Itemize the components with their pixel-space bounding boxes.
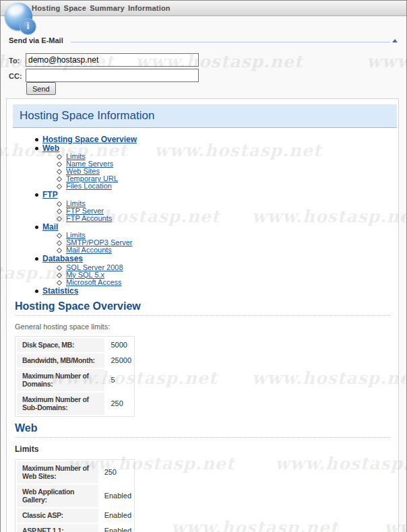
spec-value: Enabled [100, 485, 133, 507]
spec-row: Classic ASP:Enabled [17, 508, 133, 523]
cc-label: CC: [9, 72, 22, 80]
nav-sublist-web: LimitsName ServersWeb SitesTemporary URL… [42, 153, 398, 190]
spec-label: Web Application Gallery: [17, 485, 98, 507]
spec-value: 250 [100, 461, 133, 484]
spec-row: ASP.NET 1.1:Enabled [17, 524, 133, 532]
nav-link-statistics[interactable]: Statistics [42, 286, 78, 296]
hosting-space-summary-window: Hosting Space Summary Information i Send… [0, 0, 407, 532]
spec-label: Disk Space, MB: [17, 338, 104, 352]
spec-table-web: Maximum Number of Web Sites:250Web Appli… [15, 459, 135, 532]
spec-label: ASP.NET 1.1: [17, 524, 98, 532]
nav-subitem-ftp-accounts: FTP Accounts [66, 215, 398, 222]
nav-link-mail[interactable]: Mail [42, 222, 58, 232]
nav-sublist-mail: LimitsSMTP/POP3 ServerMail Accounts [42, 232, 398, 254]
section-divider [71, 42, 390, 42]
nav-list: Hosting Space OverviewWebLimitsName Serv… [7, 135, 398, 295]
nav-item-hosting-space-overview: Hosting Space Overview [42, 135, 398, 144]
nav-subitem-limits: Limits [66, 200, 398, 207]
info-icon-badge: i [20, 18, 36, 35]
spec-row: Maximum Number of Web Sites:250 [17, 461, 133, 484]
nav-item-statistics: Statistics [42, 287, 398, 296]
nav-item-ftp: FTPLimitsFTP ServerFTP Accounts [42, 191, 398, 222]
spec-row: Disk Space, MB:5000 [17, 338, 133, 352]
send-button[interactable]: Send [26, 82, 56, 95]
cc-input[interactable] [26, 69, 199, 82]
section-subheading-limits: Limits [15, 444, 390, 454]
spec-row: Maximum Number of Sub-Domains:250 [17, 393, 133, 415]
nav-link-databases[interactable]: Databases [42, 254, 83, 263]
collapse-arrow-icon[interactable] [392, 39, 398, 42]
spec-row: Maximum Number of Domains:5 [17, 369, 133, 391]
send-via-email-label: Send via E-Mail [9, 36, 63, 44]
nav-link-web[interactable]: Web [42, 143, 59, 153]
nav-subitem-files-location: Files Location [66, 182, 398, 190]
to-label: To: [9, 57, 20, 65]
spec-label: Bandwidth, MB/Month: [17, 354, 104, 368]
spec-label: Maximum Number of Domains: [17, 369, 104, 391]
spec-label: Maximum Number of Web Sites: [17, 461, 98, 484]
nav-sublist-databases: SQL Server 2008My SQL 5.xMicrosoft Acces… [42, 264, 398, 286]
panel-header: Hosting Space Information [13, 104, 397, 128]
info-icon: i [4, 2, 36, 34]
section-heading-web: Web [15, 422, 390, 438]
nav-subitem-mail-accounts: Mail Accounts [66, 246, 398, 254]
info-panel: Hosting Space Information Hosting Space … [6, 98, 399, 532]
nav-item-web: WebLimitsName ServersWeb SitesTemporary … [42, 144, 398, 191]
spec-label: Classic ASP: [17, 508, 98, 523]
nav-sublink-files-location[interactable]: Files Location [66, 182, 112, 190]
sections-container: Hosting Space OverviewGeneral hosting sp… [7, 300, 398, 532]
nav-subitem-microsoft-access: Microsoft Access [66, 279, 398, 286]
watermark-text: www.hostasp.net [367, 52, 407, 71]
spec-value: Enabled [100, 524, 133, 532]
nav-item-databases: DatabasesSQL Server 2008My SQL 5.xMicros… [42, 255, 398, 286]
section-heading-hosting-space-overview: Hosting Space Overview [15, 300, 390, 316]
spec-value: 5000 [106, 338, 133, 352]
nav-subitem-name-servers: Name Servers [66, 160, 398, 168]
spec-row: Bandwidth, MB/Month:25000 [17, 354, 133, 368]
to-input[interactable] [26, 53, 199, 67]
spec-table-hosting-space-overview: Disk Space, MB:5000Bandwidth, MB/Month:2… [15, 336, 135, 417]
window-titlebar: Hosting Space Summary Information [1, 1, 406, 16]
spec-value: 25000 [106, 354, 133, 368]
window-title: Hosting Space Summary Information [32, 4, 170, 12]
spec-value: Enabled [100, 508, 133, 523]
section-intro: General hosting space limits: [15, 323, 390, 331]
spec-row: Web Application Gallery:Enabled [17, 485, 133, 507]
nav-subitem-limits: Limits [66, 153, 398, 160]
nav-sublink-microsoft-access[interactable]: Microsoft Access [66, 278, 122, 286]
nav-sublink-ftp-accounts[interactable]: FTP Accounts [66, 214, 112, 222]
spec-value: 250 [106, 393, 133, 415]
nav-subitem-ftp-server: FTP Server [66, 207, 398, 215]
nav-sublist-ftp: LimitsFTP ServerFTP Accounts [42, 200, 398, 222]
nav-link-ftp[interactable]: FTP [42, 190, 58, 199]
nav-sublink-mail-accounts[interactable]: Mail Accounts [66, 246, 112, 254]
spec-label: Maximum Number of Sub-Domains: [17, 393, 104, 415]
nav-subitem-sql-server-2008: SQL Server 2008 [66, 264, 398, 271]
nav-subitem-smtp-pop3-server: SMTP/POP3 Server [66, 239, 398, 246]
nav-subitem-temporary-url: Temporary URL [66, 175, 398, 182]
spec-value: 5 [106, 369, 133, 391]
nav-item-mail: MailLimitsSMTP/POP3 ServerMail Accounts [42, 223, 398, 255]
